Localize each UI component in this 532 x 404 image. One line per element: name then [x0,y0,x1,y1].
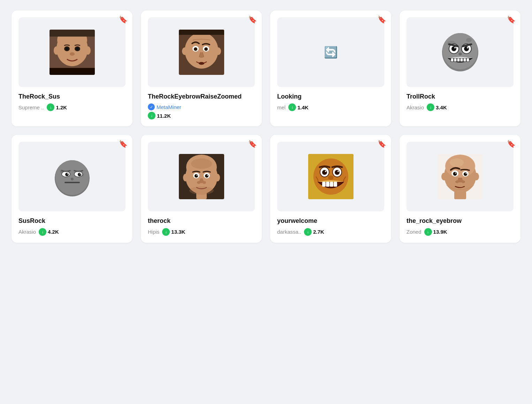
download-icon: ↓ [47,103,54,111]
card-meta: ✓ MetaMiner [148,103,255,110]
card-image: 🔄 [277,17,384,87]
svg-point-83 [450,158,464,167]
svg-point-61 [203,181,206,184]
bookmark-icon[interactable]: 🔖 [119,140,128,148]
svg-rect-21 [179,30,224,35]
svg-point-53 [191,158,212,169]
bookmark-icon[interactable]: 🔖 [119,15,128,24]
svg-point-30 [454,47,456,48]
card-therock-sus[interactable]: 🔖 [12,10,132,126]
download-count: 4.2K [48,229,59,235]
verified-author: MetaMiner [157,104,181,110]
card-image [148,17,255,87]
bookmark-icon[interactable]: 🔖 [378,140,386,148]
download-count: 2.7K [313,229,324,235]
card-trollrock[interactable]: 🔖 [400,10,520,126]
card-meta: Akrasio ↓ 4.2K [18,228,126,236]
card-meta: Supreme .. ↓ 1.2K [18,103,126,111]
svg-point-25 [466,38,472,42]
download-icon: ↓ [162,228,170,236]
card-grid: 🔖 [12,10,520,243]
svg-rect-76 [326,182,329,187]
svg-rect-33 [454,58,457,62]
card-meta: Zoned ↓ 13.9K [406,228,514,236]
svg-rect-36 [463,58,466,62]
card-meta: Hipis ↓ 13.3K [148,228,255,236]
download-count: 1.2K [56,104,67,110]
svg-rect-77 [330,182,333,187]
download-badge: ↓ 3.4K [427,103,447,111]
bookmark-icon[interactable]: 🔖 [378,15,386,24]
bookmark-icon[interactable]: 🔖 [248,15,257,24]
card-therock[interactable]: 🔖 [141,135,262,242]
svg-point-74 [337,171,339,172]
card-image [148,142,255,211]
bookmark-icon[interactable]: 🔖 [507,140,516,148]
card-yourwelcome[interactable]: 🔖 [270,135,391,242]
svg-rect-78 [334,182,337,187]
svg-point-60 [197,181,200,184]
card-therock-eyebrow-zoomed[interactable]: 🔖 [141,10,262,126]
svg-point-17 [204,47,208,51]
svg-rect-32 [451,58,454,62]
bookmark-icon[interactable]: 🔖 [248,140,257,148]
download-badge: ↓ 1.4K [288,103,309,111]
svg-point-65 [189,186,214,195]
download-badge: ↓ 13.3K [162,228,185,236]
download-icon: ↓ [427,103,434,111]
card-author: mel [277,104,286,110]
svg-rect-10 [50,30,95,37]
svg-point-20 [215,47,221,55]
svg-point-46 [78,173,81,176]
svg-point-45 [65,173,69,176]
verified-icon: ✓ [148,103,155,110]
meta-row: ↓ 11.2K [148,112,255,119]
svg-point-9 [85,46,91,55]
svg-rect-11 [50,68,95,75]
verified-badge: ✓ MetaMiner [148,103,181,110]
svg-rect-35 [460,58,463,62]
card-the-rock-eyebrow[interactable]: 🔖 [400,135,520,242]
card-meta: mel ↓ 1.4K [277,103,384,111]
svg-point-49 [71,178,74,180]
svg-point-90 [455,180,459,183]
svg-point-89 [465,173,466,174]
loading-emoji: 🔄 [324,46,338,59]
bookmark-icon[interactable]: 🔖 [507,15,516,24]
svg-point-6 [76,47,79,50]
svg-point-28 [451,46,456,51]
svg-rect-34 [457,58,460,62]
card-title: therock [148,217,255,225]
svg-point-92 [441,173,447,180]
download-count: 1.4K [297,104,309,110]
svg-point-16 [194,47,197,51]
card-author: Zoned [406,229,421,235]
svg-point-19 [182,47,188,55]
download-badge: ↓ 1.2K [47,103,67,111]
svg-point-47 [67,173,68,174]
card-looking[interactable]: 🔖 🔄 Looking mel ↓ 1.4K [270,10,391,126]
svg-point-56 [195,174,198,178]
download-icon: ↓ [39,228,46,236]
svg-rect-75 [322,182,326,187]
download-icon: ↓ [304,228,312,236]
svg-point-38 [458,53,462,55]
card-image [18,142,126,211]
svg-point-73 [325,171,326,172]
download-icon: ↓ [288,103,296,111]
svg-point-29 [464,46,469,51]
download-badge: ↓ 11.2K [148,112,171,119]
download-count: 11.2K [157,113,171,119]
card-image [18,17,126,87]
download-icon: ↓ [148,112,155,119]
card-image [277,142,384,211]
svg-point-23 [443,33,478,69]
svg-point-71 [322,170,327,175]
svg-point-7 [70,52,75,56]
download-count: 13.9K [433,229,447,235]
card-title: yourwelcome [277,217,384,225]
svg-point-62 [183,174,188,181]
card-susrock[interactable]: 🔖 [12,135,132,242]
card-author: Supreme .. [18,104,44,110]
svg-point-72 [335,170,340,175]
